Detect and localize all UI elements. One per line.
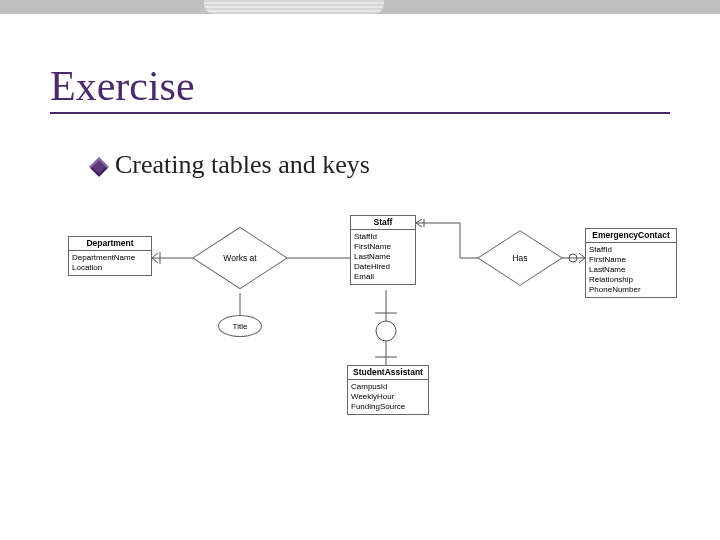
entity-attr: Email (354, 272, 412, 282)
entity-attr: LastName (589, 265, 673, 275)
entity-attr: PhoneNumber (589, 285, 673, 295)
slide-notch (204, 0, 384, 14)
entity-emergency-contact: EmergencyContact StaffId FirstName LastN… (585, 228, 677, 298)
entity-attr: StaffId (589, 245, 673, 255)
entity-department: Department DepartmentName Location (68, 236, 152, 276)
entity-attr: WeeklyHour (351, 392, 425, 402)
entity-attr: Relationship (589, 275, 673, 285)
entity-attr: CampusId (351, 382, 425, 392)
entity-attr: FundingSource (351, 402, 425, 412)
entity-header: Department (69, 237, 151, 251)
entity-staff: Staff StaffId FirstName LastName DateHir… (350, 215, 416, 285)
slide-top-bar (0, 0, 720, 14)
entity-header: StudentAssistant (348, 366, 428, 380)
entity-header: Staff (351, 216, 415, 230)
entity-attr: Location (72, 263, 148, 273)
entity-attr: StaffId (354, 232, 412, 242)
entity-attr: DepartmentName (72, 253, 148, 263)
slide-title: Exercise (50, 62, 195, 110)
slide-dot-grid (0, 118, 720, 144)
slide-dot-grid (0, 14, 720, 54)
title-underline (50, 112, 670, 114)
entity-attr: LastName (354, 252, 412, 262)
er-diagram: Department DepartmentName Location Works… (60, 215, 660, 465)
attribute-title: Title (218, 315, 262, 337)
relationship-label: Works at (223, 253, 256, 263)
entity-header: EmergencyContact (586, 229, 676, 243)
diamond-bullet-icon (89, 157, 109, 177)
entity-attr: FirstName (589, 255, 673, 265)
attribute-label: Title (233, 322, 248, 331)
entity-attr: DateHired (354, 262, 412, 272)
entity-attr: FirstName (354, 242, 412, 252)
entity-student-assistant: StudentAssistant CampusId WeeklyHour Fun… (347, 365, 429, 415)
bullet-text: Creating tables and keys (115, 150, 370, 180)
svg-point-6 (376, 321, 396, 341)
relationship-label: Has (512, 253, 527, 263)
